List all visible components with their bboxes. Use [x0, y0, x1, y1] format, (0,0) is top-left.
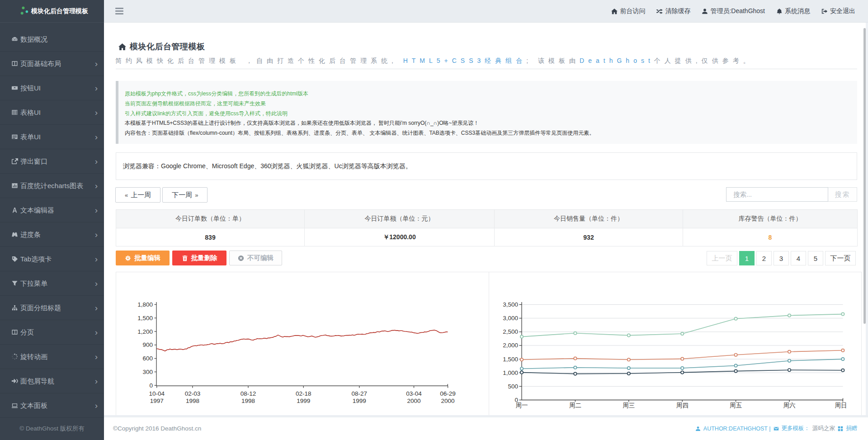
svg-text:周二: 周二: [569, 402, 581, 409]
svg-text:1998: 1998: [186, 397, 199, 404]
svg-text:2000: 2000: [407, 397, 420, 404]
svg-text:03-04: 03-04: [406, 390, 422, 397]
svg-text:08-27: 08-27: [352, 390, 368, 397]
svg-text:周四: 周四: [676, 402, 689, 409]
svg-text:0: 0: [149, 382, 153, 389]
svg-text:1999: 1999: [297, 397, 310, 404]
svg-text:2,000: 2,000: [503, 342, 518, 349]
svg-text:周日: 周日: [835, 402, 847, 409]
svg-text:08-12: 08-12: [241, 390, 256, 397]
svg-text:02-03: 02-03: [185, 390, 201, 397]
svg-text:1,800: 1,800: [137, 301, 153, 308]
svg-text:06-29: 06-29: [440, 390, 456, 397]
svg-text:3,500: 3,500: [503, 301, 518, 308]
svg-text:周一: 周一: [516, 402, 528, 409]
svg-text:600: 600: [142, 355, 153, 362]
svg-text:1998: 1998: [241, 397, 255, 404]
svg-text:2000: 2000: [441, 397, 455, 404]
svg-text:2,500: 2,500: [503, 328, 518, 335]
svg-text:1,200: 1,200: [137, 328, 153, 335]
svg-text:周五: 周五: [730, 402, 742, 409]
svg-text:02-18: 02-18: [296, 390, 311, 397]
svg-text:1,500: 1,500: [137, 315, 153, 322]
svg-text:10-04: 10-04: [149, 390, 165, 397]
svg-text:1,000: 1,000: [503, 369, 518, 376]
svg-text:500: 500: [508, 383, 518, 390]
svg-text:周三: 周三: [623, 402, 635, 409]
svg-text:900: 900: [142, 341, 153, 348]
svg-text:周六: 周六: [783, 402, 796, 409]
svg-text:1997: 1997: [150, 397, 164, 404]
svg-text:300: 300: [142, 369, 153, 375]
svg-text:1,500: 1,500: [503, 356, 518, 363]
svg-text:1999: 1999: [353, 397, 366, 404]
svg-text:3,000: 3,000: [503, 315, 518, 322]
